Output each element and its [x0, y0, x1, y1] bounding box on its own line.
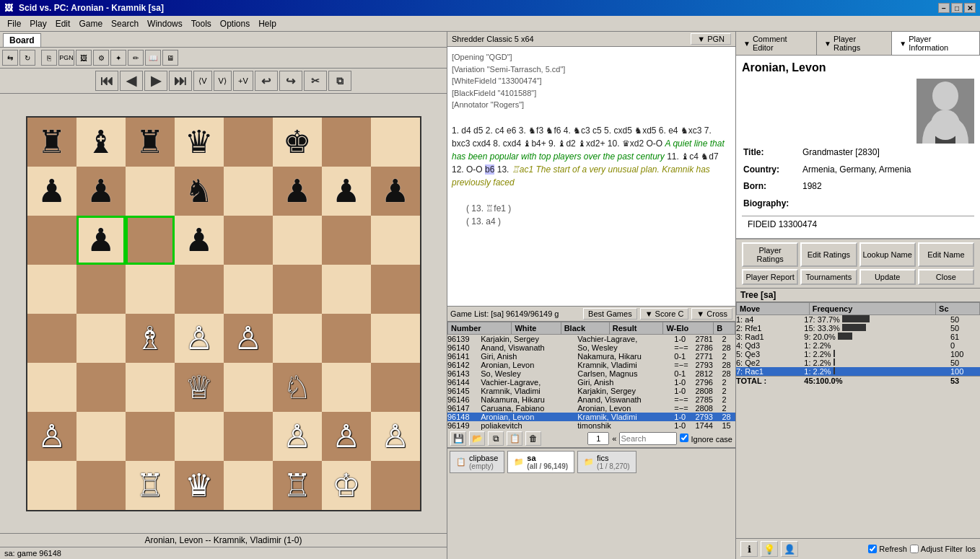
- square-f1[interactable]: ♖: [273, 461, 322, 510]
- tree-move[interactable]: 3: Rad1: [736, 333, 804, 341]
- col-welo[interactable]: W-Elo: [663, 322, 714, 335]
- square-h3[interactable]: [371, 363, 420, 412]
- square-g2[interactable]: ♙: [322, 412, 371, 461]
- menu-tools[interactable]: Tools: [187, 17, 216, 30]
- square-b3[interactable]: [76, 363, 126, 412]
- copy-button[interactable]: ⧉: [328, 71, 351, 91]
- square-a5[interactable]: [27, 265, 76, 314]
- square-d7[interactable]: ♞: [175, 167, 224, 216]
- page-number-input[interactable]: [587, 432, 609, 445]
- db-fics[interactable]: 📁 fics (1 / 8,270): [577, 451, 636, 473]
- game-list-row[interactable]: 96139 Karjakin, Sergey Vachier-Lagrave, …: [447, 335, 735, 343]
- engine-button[interactable]: 🖥: [162, 50, 178, 66]
- menu-file[interactable]: File: [3, 17, 25, 30]
- square-d3[interactable]: ♕: [175, 363, 224, 412]
- square-e3[interactable]: [224, 363, 273, 412]
- square-d8[interactable]: ♛: [175, 118, 224, 167]
- square-a8[interactable]: ♜: [27, 118, 76, 167]
- ignore-case-checkbox[interactable]: [680, 433, 688, 442]
- edit-name-button[interactable]: Edit Name: [918, 242, 974, 267]
- pgn-button[interactable]: PGN: [58, 50, 74, 66]
- square-a3[interactable]: [27, 363, 76, 412]
- square-b4[interactable]: [76, 314, 126, 363]
- tree-col-score[interactable]: Sc: [936, 303, 980, 315]
- menu-windows[interactable]: Windows: [143, 17, 187, 30]
- player-info-tab[interactable]: ▼ Player Information: [892, 32, 980, 55]
- move13[interactable]: 13.: [497, 164, 512, 175]
- square-g6[interactable]: [322, 216, 371, 265]
- square-a1[interactable]: [27, 461, 76, 510]
- score-button[interactable]: ▼ Score C: [640, 308, 689, 320]
- square-f2[interactable]: ♙: [273, 412, 322, 461]
- square-f4[interactable]: [273, 314, 322, 363]
- game-list-row[interactable]: 96149 poliakevitch timonshik 1-0 1744 15: [447, 421, 735, 430]
- prev-var-button[interactable]: ⟨V: [193, 71, 211, 91]
- comment-editor-tab[interactable]: ▼ Comment Editor: [736, 32, 817, 55]
- book-button[interactable]: 📖: [145, 50, 161, 66]
- db-sa[interactable]: 📁 sa (all / 96,149): [507, 451, 574, 473]
- square-b8[interactable]: ♝: [76, 118, 126, 167]
- square-c1[interactable]: ♖: [126, 461, 175, 510]
- tree-col-move[interactable]: Move: [737, 303, 810, 315]
- tree-move[interactable]: 6: Qe2: [736, 358, 804, 367]
- paste-button[interactable]: ⎘: [41, 50, 57, 66]
- square-b5[interactable]: [76, 265, 126, 314]
- game-list-scroll[interactable]: 96139 Karjakin, Sergey Vachier-Lagrave, …: [447, 335, 735, 430]
- col-result[interactable]: Result: [609, 322, 663, 335]
- square-e5[interactable]: [224, 265, 273, 314]
- game-list-row[interactable]: 96144 Vachier-Lagrave, Giri, Anish 1-0 2…: [447, 378, 735, 387]
- search-filter-input[interactable]: [619, 432, 677, 445]
- square-g1[interactable]: ♔: [322, 461, 371, 510]
- highlighted-move[interactable]: b6: [485, 164, 494, 175]
- square-h4[interactable]: [371, 314, 420, 363]
- menu-options[interactable]: Options: [216, 17, 254, 30]
- info-icon-button[interactable]: ℹ: [740, 541, 758, 557]
- minimize-button[interactable]: −: [938, 3, 950, 13]
- square-e7[interactable]: [224, 167, 273, 216]
- col-black[interactable]: Black: [561, 322, 609, 335]
- delete-icon-button[interactable]: 🗑: [525, 431, 541, 446]
- square-b2[interactable]: [76, 412, 126, 461]
- chess-board[interactable]: ♜♝♜♛♚♟♟♞♟♟♟♟♟♗♙♙♕♘♙♙♙♙♖♛♖♔: [26, 116, 421, 511]
- cross-button[interactable]: ▼ Cross: [691, 308, 732, 320]
- menu-help[interactable]: Help: [254, 17, 281, 30]
- player-report-button[interactable]: Player Report: [742, 269, 798, 285]
- rotate-button[interactable]: ↻: [19, 50, 35, 66]
- next-move-button[interactable]: ▶: [144, 71, 167, 91]
- bulb-icon-button[interactable]: 💡: [761, 541, 778, 557]
- square-d2[interactable]: [175, 412, 224, 461]
- lookup-name-button[interactable]: Lookup Name: [859, 242, 916, 267]
- square-f5[interactable]: [273, 265, 322, 314]
- person-icon-button[interactable]: 👤: [781, 541, 798, 557]
- tree-col-freq[interactable]: Frequency: [809, 303, 935, 315]
- square-a2[interactable]: ♙: [27, 412, 76, 461]
- update-button[interactable]: Update: [859, 269, 916, 285]
- square-g3[interactable]: [322, 363, 371, 412]
- square-h6[interactable]: [371, 216, 420, 265]
- square-f3[interactable]: ♘: [273, 363, 322, 412]
- next-var-button[interactable]: V⟩: [214, 71, 232, 91]
- flip-board-button[interactable]: ⇆: [2, 50, 18, 66]
- tree-move[interactable]: 1: a4: [736, 315, 804, 324]
- square-a4[interactable]: [27, 314, 76, 363]
- refresh-checkbox[interactable]: [868, 545, 877, 553]
- square-b7[interactable]: ♟: [76, 167, 126, 216]
- square-d1[interactable]: ♛: [175, 461, 224, 510]
- square-d4[interactable]: ♙: [175, 314, 224, 363]
- square-f7[interactable]: ♟: [273, 167, 322, 216]
- game-list-row[interactable]: 96148 Aronian, Levon Kramnik, Vladimi 1-…: [447, 413, 735, 421]
- col-white[interactable]: White: [512, 322, 561, 335]
- config-button[interactable]: ⚙: [93, 50, 109, 66]
- player-ratings-tab[interactable]: ▼ Player Ratings: [817, 32, 892, 55]
- edit-pieces-button[interactable]: ✏: [128, 50, 144, 66]
- col-number[interactable]: Number: [448, 322, 512, 335]
- to-start-button[interactable]: ↩: [255, 71, 278, 91]
- square-e1[interactable]: [224, 461, 273, 510]
- tree-move[interactable]: 2: Rfe1: [736, 324, 804, 333]
- square-h5[interactable]: [371, 265, 420, 314]
- game-list-row[interactable]: 96143 So, Wesley Carlsen, Magnus 0-1 281…: [447, 369, 735, 378]
- tournaments-button[interactable]: Tournaments: [800, 269, 857, 285]
- square-c3[interactable]: [126, 363, 175, 412]
- menu-search[interactable]: Search: [107, 17, 143, 30]
- menu-game[interactable]: Game: [74, 17, 107, 30]
